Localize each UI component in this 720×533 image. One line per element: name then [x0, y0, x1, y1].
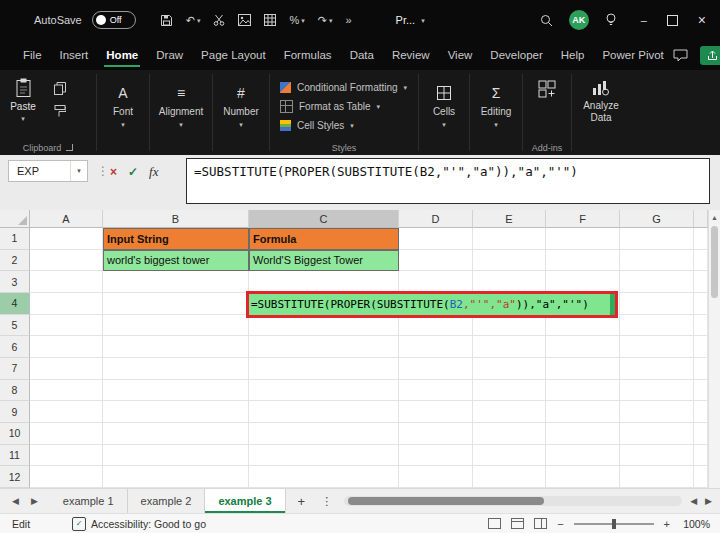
cell-C9[interactable]: [249, 401, 399, 423]
normal-view-icon[interactable]: [488, 518, 501, 529]
cell-F3[interactable]: [546, 271, 620, 293]
cell-C7[interactable]: [249, 358, 399, 380]
cell-C6[interactable]: [249, 336, 399, 358]
cell-G9[interactable]: [620, 401, 694, 423]
conditional-formatting-button[interactable]: Conditional Formatting ▾: [280, 82, 407, 93]
cell-C2[interactable]: World'S Biggest Tower: [249, 250, 399, 272]
cut-icon[interactable]: [213, 14, 225, 26]
cell-G5[interactable]: [620, 315, 694, 337]
cell-B3[interactable]: [103, 271, 249, 293]
cell-E8[interactable]: [473, 380, 546, 402]
cell-C10[interactable]: [249, 423, 399, 445]
vertical-scrollbar[interactable]: ▲: [708, 210, 720, 488]
tab-view[interactable]: View: [439, 40, 482, 70]
cell-B12[interactable]: [103, 466, 249, 488]
cell-G3[interactable]: [620, 271, 694, 293]
cancel-entry-button[interactable]: ×: [110, 165, 117, 179]
percent-icon[interactable]: % ▾: [289, 14, 304, 26]
tab-power-pivot[interactable]: Power Pivot: [593, 40, 672, 70]
sheet-tab-example-2[interactable]: example 2: [128, 489, 206, 513]
row-header-10[interactable]: 10: [0, 423, 30, 445]
row-header-4[interactable]: 4: [0, 293, 30, 315]
sheet-tab-example-3[interactable]: example 3: [205, 489, 285, 513]
confirm-entry-button[interactable]: ✓: [128, 165, 138, 179]
cell-G6[interactable]: [620, 336, 694, 358]
cell-D2[interactable]: [399, 250, 473, 272]
document-title[interactable]: Pr... ▾: [396, 14, 425, 26]
cell-B6[interactable]: [103, 336, 249, 358]
tab-formulas[interactable]: Formulas: [275, 40, 341, 70]
insert-function-button[interactable]: fx: [149, 164, 158, 180]
font-group-collapsed[interactable]: A Font ▾: [97, 70, 149, 155]
cell-F11[interactable]: [546, 445, 620, 467]
scroll-up-icon[interactable]: ▲: [709, 210, 720, 224]
cell-F8[interactable]: [546, 380, 620, 402]
cell-A9[interactable]: [30, 401, 103, 423]
tab-page-layout[interactable]: Page Layout: [192, 40, 275, 70]
page-layout-view-icon[interactable]: [511, 518, 524, 529]
zoom-level[interactable]: 100%: [680, 518, 710, 530]
comments-icon[interactable]: [673, 49, 688, 62]
row-header-5[interactable]: 5: [0, 315, 30, 337]
cell-G1[interactable]: [620, 228, 694, 250]
column-header-F[interactable]: F: [546, 210, 620, 228]
paste-button[interactable]: Paste ▾: [0, 70, 46, 140]
zoom-out-button[interactable]: −: [557, 518, 563, 530]
cell-D7[interactable]: [399, 358, 473, 380]
cell-A11[interactable]: [30, 445, 103, 467]
copy-icon[interactable]: [54, 82, 66, 95]
cell-E6[interactable]: [473, 336, 546, 358]
cell-A7[interactable]: [30, 358, 103, 380]
qat-overflow-icon[interactable]: »: [345, 14, 351, 26]
cell-D9[interactable]: [399, 401, 473, 423]
sheet-options-icon[interactable]: ⋮: [317, 495, 336, 508]
cell-E1[interactable]: [473, 228, 546, 250]
hscroll-right-icon[interactable]: ▶: [705, 496, 712, 506]
cell-E9[interactable]: [473, 401, 546, 423]
column-header-G[interactable]: G: [620, 210, 694, 228]
alignment-group-collapsed[interactable]: ≡ Alignment ▾: [150, 70, 212, 155]
cell-G10[interactable]: [620, 423, 694, 445]
name-box[interactable]: EXP ▾: [8, 160, 88, 182]
format-as-table-button[interactable]: Format as Table ▾: [280, 100, 407, 113]
cell-E3[interactable]: [473, 271, 546, 293]
cell-B2[interactable]: world's biggest tower: [103, 250, 249, 272]
sheet-nav-left-icon[interactable]: ◀: [12, 496, 19, 506]
cell-F10[interactable]: [546, 423, 620, 445]
chevron-down-icon[interactable]: ▾: [70, 161, 87, 181]
cell-D6[interactable]: [399, 336, 473, 358]
sheet-tab-example-1[interactable]: example 1: [50, 489, 128, 513]
column-header-D[interactable]: D: [399, 210, 473, 228]
row-header-1[interactable]: 1: [0, 228, 30, 250]
tab-data[interactable]: Data: [341, 40, 383, 70]
page-break-view-icon[interactable]: [534, 518, 547, 529]
minimize-button[interactable]: –: [641, 14, 647, 26]
avatar[interactable]: AK: [569, 10, 589, 30]
row-header-2[interactable]: 2: [0, 250, 30, 272]
tab-insert[interactable]: Insert: [51, 40, 98, 70]
cell-G4[interactable]: [620, 293, 694, 315]
cell-A1[interactable]: [30, 228, 103, 250]
cell-D11[interactable]: [399, 445, 473, 467]
close-button[interactable]: ×: [698, 12, 706, 28]
cell-B8[interactable]: [103, 380, 249, 402]
horizontal-scrollbar[interactable]: [344, 496, 682, 506]
zoom-in-button[interactable]: +: [664, 518, 670, 530]
zoom-slider[interactable]: [574, 523, 654, 525]
column-header-C[interactable]: C: [249, 210, 399, 228]
row-header-9[interactable]: 9: [0, 401, 30, 423]
format-painter-icon[interactable]: [54, 105, 66, 117]
row-header-12[interactable]: 12: [0, 466, 30, 488]
tab-home[interactable]: Home: [97, 40, 147, 70]
cell-E2[interactable]: [473, 250, 546, 272]
cell-A3[interactable]: [30, 271, 103, 293]
cell-G2[interactable]: [620, 250, 694, 272]
row-header-7[interactable]: 7: [0, 358, 30, 380]
search-icon[interactable]: [540, 14, 553, 27]
cell-C11[interactable]: [249, 445, 399, 467]
addins-button[interactable]: [538, 70, 556, 140]
cell-A5[interactable]: [30, 315, 103, 337]
cell-C3[interactable]: [249, 271, 399, 293]
cell-A12[interactable]: [30, 466, 103, 488]
cell-A2[interactable]: [30, 250, 103, 272]
